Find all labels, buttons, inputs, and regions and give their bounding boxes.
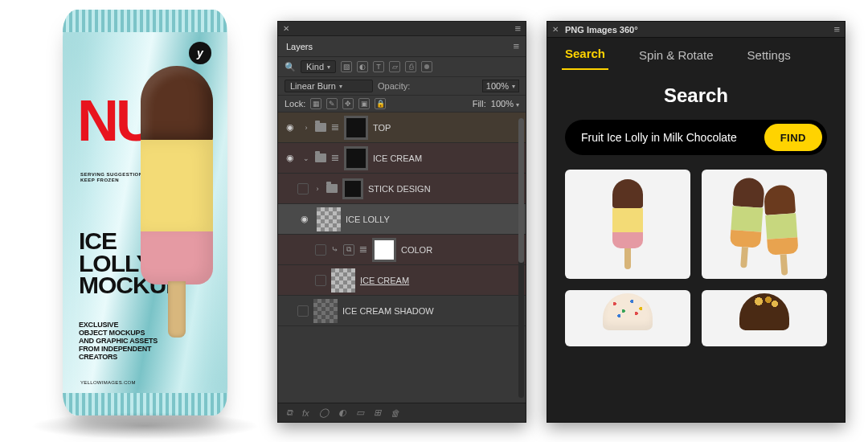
panel-flyout-icon[interactable]: ≡ <box>513 40 519 52</box>
popsicle-pair-icon <box>728 177 800 271</box>
visibility-icon[interactable] <box>297 183 309 194</box>
plugin-page: Search FIND <box>547 70 845 356</box>
layer-row-stick-design[interactable]: › STICK DESIGN <box>278 174 526 204</box>
lock-brush-icon[interactable]: ✎ <box>326 98 338 109</box>
fill-label: Fill: <box>473 99 486 108</box>
tab-spin[interactable]: Spin & Rotate <box>636 48 717 70</box>
plugin-title: PNG Images 360° <box>565 25 638 35</box>
adjustment-layer-icon[interactable]: ◐ <box>338 407 346 418</box>
layer-row-icecream-group[interactable]: ⌄ 𝌆 ICE CREAM <box>278 143 526 174</box>
lolly-stick <box>168 281 186 338</box>
result-card[interactable] <box>565 290 690 346</box>
tab-layers[interactable]: Layers <box>285 39 314 55</box>
visibility-icon[interactable] <box>297 212 312 227</box>
folder-icon <box>315 123 326 132</box>
trash-icon[interactable]: 🗑 <box>391 408 399 418</box>
filter-type-icon[interactable]: T <box>373 61 384 72</box>
page-heading: Search <box>565 84 827 107</box>
layer-thumb <box>313 299 338 323</box>
plugin-tabs: Search Spin & Rotate Settings <box>547 38 845 70</box>
lock-move-icon[interactable]: ✥ <box>342 98 354 109</box>
visibility-icon[interactable] <box>283 151 297 166</box>
lolly-choco <box>141 66 213 146</box>
blend-mode-value: Linear Burn <box>290 81 336 91</box>
chevron-right-icon[interactable]: › <box>313 185 321 193</box>
folder-icon <box>315 153 326 162</box>
result-card[interactable] <box>702 170 827 279</box>
lolly-illustration <box>141 66 213 339</box>
opacity-input[interactable]: 100% ▾ <box>482 80 519 92</box>
filter-adjust-icon[interactable]: ◐ <box>357 61 368 72</box>
mask-icon[interactable]: ◯ <box>319 407 329 418</box>
search-bar: FIND <box>565 120 827 155</box>
filter-shape-icon[interactable]: ▱ <box>389 61 400 72</box>
link-layers-icon[interactable]: ⧉ <box>286 407 293 418</box>
scrollbar-thumb[interactable] <box>518 118 524 263</box>
opacity-label: Opacity: <box>378 81 410 91</box>
fill-input[interactable]: 100% ▾ <box>491 99 519 108</box>
layer-thumb <box>331 268 355 293</box>
filter-kind-select[interactable]: Kind ▾ <box>301 60 336 73</box>
layer-thumb <box>372 238 396 262</box>
tab-search[interactable]: Search <box>562 47 608 70</box>
close-icon[interactable]: ✕ <box>552 25 559 34</box>
layer-thumb <box>317 207 341 231</box>
find-button[interactable]: FIND <box>764 124 822 151</box>
chevron-right-icon[interactable]: › <box>302 124 310 132</box>
group-icon[interactable]: ▭ <box>356 407 364 418</box>
fx-icon[interactable]: fx <box>302 408 309 418</box>
filter-smart-icon[interactable]: ⎙ <box>405 61 416 72</box>
tab-settings[interactable]: Settings <box>744 48 794 70</box>
product-mockup: y NU SERVING SUGGESTION KEEP FROZEN ICE … <box>63 10 227 415</box>
lock-all-icon[interactable]: 🔒 <box>375 98 386 109</box>
result-card[interactable] <box>702 290 827 346</box>
gold-dome-icon <box>739 293 789 330</box>
lock-transparent-icon[interactable]: ▦ <box>310 98 321 109</box>
lock-row: Lock: ▦ ✎ ✥ ▣ 🔒 Fill: 100% ▾ <box>278 96 526 113</box>
panel-titlebar[interactable]: ✕ ≡ <box>278 22 526 36</box>
new-layer-icon[interactable]: ⊞ <box>374 407 381 418</box>
layers-panel: ✕ ≡ Layers ≡ 🔍 Kind ▾ ▧ ◐ T ▱ ⎙ Linear B… <box>277 21 526 423</box>
filter-kind-label: Kind <box>306 62 324 72</box>
lock-artboard-icon[interactable]: ▣ <box>358 98 370 109</box>
fill-value: 100% <box>491 99 514 108</box>
blend-row: Linear Burn ▾ Opacity: 100% ▾ <box>278 77 526 96</box>
blend-mode-select[interactable]: Linear Burn ▾ <box>285 80 373 92</box>
layer-name: ICE CREAM <box>373 153 422 163</box>
visibility-icon[interactable] <box>283 121 297 135</box>
chevron-down-icon: ▾ <box>339 83 342 90</box>
layer-name: COLOR <box>401 245 432 255</box>
adjustment-icon: ⧉ <box>343 244 354 256</box>
layer-name: STICK DESIGN <box>368 184 431 194</box>
sprinkle-dome-icon <box>603 293 653 330</box>
layer-thumb <box>342 178 363 199</box>
link-icon: 𝌆 <box>331 153 339 163</box>
chevron-down-icon[interactable]: ⌄ <box>302 154 310 162</box>
layer-row-ice-cream-so[interactable]: ICE CREAM <box>278 265 526 296</box>
scrollbar[interactable] <box>518 118 524 398</box>
visibility-icon[interactable] <box>315 275 326 286</box>
layer-thumb <box>344 146 368 170</box>
results-grid <box>565 170 827 346</box>
clip-icon: ⤷ <box>331 244 338 255</box>
popsicle-icon <box>612 179 643 269</box>
filter-pixel-icon[interactable]: ▧ <box>341 61 352 72</box>
layer-row-ice-lolly[interactable]: ICE LOLLY <box>278 204 526 235</box>
panel-menu-icon[interactable]: ≡ <box>514 23 521 35</box>
layer-row-color[interactable]: ⤷ ⧉ 𝌆 COLOR <box>278 235 526 265</box>
layer-list: › 𝌆 TOP ⌄ 𝌆 ICE CREAM › STICK DESIGN ICE… <box>278 113 526 326</box>
panel-tabbar: Layers ≡ <box>278 36 526 57</box>
result-card[interactable] <box>565 170 690 279</box>
search-input[interactable] <box>581 131 756 144</box>
layer-row-ice-cream-shadow[interactable]: ICE CREAM SHADOW <box>278 296 526 326</box>
opacity-value: 100% <box>486 81 509 91</box>
visibility-icon[interactable] <box>315 244 326 256</box>
plugin-titlebar[interactable]: ✕ PNG Images 360° ≡ <box>547 22 845 38</box>
close-icon[interactable]: ✕ <box>283 24 289 33</box>
panel-menu-icon[interactable]: ≡ <box>833 23 840 35</box>
visibility-icon[interactable] <box>297 305 309 317</box>
layer-name: ICE LOLLY <box>346 215 390 224</box>
layer-row-top[interactable]: › 𝌆 TOP <box>278 113 526 143</box>
filter-artboard-icon[interactable] <box>421 61 432 72</box>
lolly-pink <box>141 231 213 284</box>
